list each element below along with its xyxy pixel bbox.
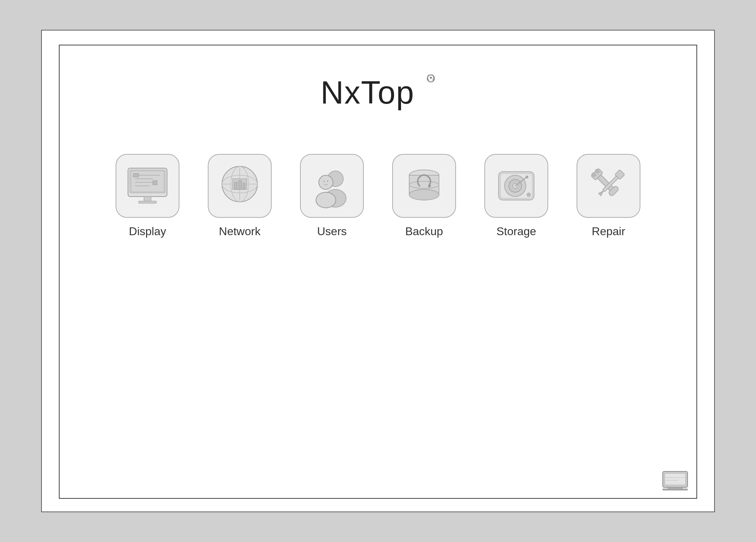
repair-icon-box[interactable]	[577, 154, 640, 218]
svg-point-39	[526, 176, 528, 178]
taskbar-icon	[661, 470, 689, 491]
logo-signal-icon	[416, 74, 435, 97]
network-item[interactable]: Network	[204, 154, 275, 238]
users-item[interactable]: Users	[296, 154, 367, 238]
storage-item[interactable]: Storage	[481, 154, 552, 238]
display-item[interactable]: Display	[112, 154, 183, 238]
svg-point-40	[527, 193, 530, 197]
svg-rect-21	[243, 183, 245, 189]
svg-rect-51	[665, 474, 685, 484]
network-icon-box[interactable]	[208, 154, 272, 218]
svg-point-30	[409, 189, 439, 200]
users-icon	[309, 163, 355, 209]
users-icon-box[interactable]	[300, 154, 364, 218]
backup-label: Backup	[405, 225, 443, 238]
svg-point-27	[327, 181, 328, 182]
storage-icon	[493, 163, 539, 209]
display-label: Display	[129, 225, 166, 238]
svg-point-25	[316, 192, 336, 208]
display-icon-box[interactable]	[116, 154, 179, 218]
svg-point-26	[323, 181, 325, 182]
display-icon	[124, 163, 171, 209]
svg-rect-12	[139, 201, 156, 203]
svg-point-24	[319, 175, 333, 189]
svg-rect-9	[133, 173, 139, 177]
backup-icon	[401, 163, 447, 209]
icons-row: Display	[112, 154, 644, 238]
backup-item[interactable]: Backup	[389, 154, 460, 238]
bottom-right-icon	[661, 470, 689, 491]
network-label: Network	[219, 225, 260, 238]
svg-rect-10	[153, 181, 157, 185]
storage-label: Storage	[496, 225, 536, 238]
backup-icon-box[interactable]	[392, 154, 456, 218]
repair-label: Repair	[592, 225, 625, 238]
storage-icon-box[interactable]	[484, 154, 548, 218]
svg-marker-48	[599, 190, 605, 196]
inner-frame: NxTop	[59, 45, 697, 499]
svg-rect-20	[239, 181, 241, 189]
users-label: Users	[317, 225, 347, 238]
logo-text: NxTop	[321, 74, 415, 111]
repair-item[interactable]: Repair	[573, 154, 644, 238]
svg-rect-55	[663, 489, 688, 490]
svg-point-1	[430, 77, 432, 79]
repair-icon	[585, 163, 632, 209]
outer-frame: NxTop	[41, 30, 715, 512]
logo-area: NxTop	[321, 74, 435, 111]
network-icon	[217, 163, 263, 209]
svg-rect-19	[234, 182, 237, 189]
